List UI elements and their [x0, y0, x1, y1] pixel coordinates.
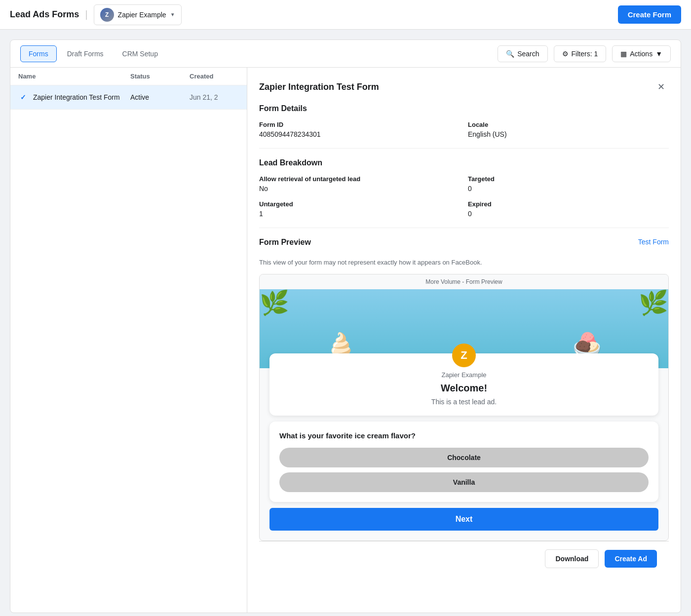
- company-avatar: Z: [452, 344, 476, 367]
- form-details-title: Form Details: [259, 104, 669, 113]
- tabs-left: Forms Draft Forms CRM Setup: [20, 45, 166, 62]
- table-header: Name Status Created: [10, 68, 247, 85]
- filters-label: Filters: 1: [572, 50, 598, 58]
- topbar: Lead Ads Forms | Z Zapier Example ▼ Crea…: [0, 0, 691, 30]
- expired-value: 0: [468, 210, 669, 218]
- page-icon-letter: Z: [105, 11, 109, 18]
- detail-title: Zapier Integration Test Form: [259, 82, 379, 92]
- locale-label: Locale: [468, 121, 669, 128]
- content-layout: Name Status Created ✓ Zapier Integration…: [10, 68, 681, 613]
- close-button[interactable]: ✕: [653, 79, 669, 94]
- targeted-label: Targeted: [468, 175, 669, 183]
- form-preview-header: Form Preview Test Form: [259, 238, 669, 255]
- allow-retrieval-field: Allow retrieval of untargeted lead No: [259, 175, 460, 192]
- detail-header: Zapier Integration Test Form ✕: [259, 79, 669, 94]
- row-form-name: Zapier Integration Test Form: [33, 93, 130, 101]
- next-button-container: Next: [269, 508, 658, 531]
- welcome-desc: This is a test lead ad.: [279, 398, 649, 406]
- search-label: Search: [517, 50, 539, 58]
- targeted-field: Targeted 0: [468, 175, 669, 192]
- topbar-left: Lead Ads Forms | Z Zapier Example ▼: [10, 4, 182, 25]
- locale-field: Locale English (US): [468, 121, 669, 138]
- page-icon: Z: [100, 8, 114, 22]
- allow-retrieval-label: Allow retrieval of untargeted lead: [259, 175, 460, 183]
- question-text: What is your favorite ice cream flavor?: [279, 431, 649, 440]
- next-button[interactable]: Next: [269, 508, 658, 531]
- welcome-card: Z Zapier Example Welcome! This is a test…: [269, 353, 658, 416]
- column-status: Status: [130, 73, 190, 80]
- preview-label: More Volume - Form Preview: [260, 274, 668, 289]
- form-details-grid: Form ID 4085094478234301 Locale English …: [259, 121, 669, 138]
- expired-label: Expired: [468, 200, 669, 208]
- choice-chocolate-button[interactable]: Chocolate: [279, 448, 649, 467]
- row-status: Active: [130, 93, 190, 101]
- table-row[interactable]: ✓ Zapier Integration Test Form Active Ju…: [10, 85, 247, 110]
- form-id-field: Form ID 4085094478234301: [259, 121, 460, 138]
- filter-icon: ⚙: [562, 50, 569, 58]
- grid-icon: ▦: [620, 50, 627, 58]
- lead-breakdown-grid: Allow retrieval of untargeted lead No Ta…: [259, 175, 669, 218]
- form-id-label: Form ID: [259, 121, 460, 128]
- form-id-value: 4085094478234301: [259, 130, 460, 138]
- table-panel: Name Status Created ✓ Zapier Integration…: [10, 68, 247, 613]
- choice-vanilla-button[interactable]: Vanilla: [279, 472, 649, 492]
- app-title: Lead Ads Forms: [10, 9, 79, 20]
- row-created: Jun 21, 2: [190, 93, 239, 101]
- chevron-down-icon: ▼: [170, 12, 175, 17]
- search-button[interactable]: 🔍 Search: [498, 45, 547, 62]
- bottom-bar: Download Create Ad: [259, 541, 669, 576]
- lead-breakdown-section: Lead Breakdown Allow retrieval of untarg…: [259, 158, 669, 218]
- untargeted-field: Untargeted 1: [259, 200, 460, 218]
- divider-2: [259, 228, 669, 228]
- divider-1: [259, 148, 669, 149]
- filters-button[interactable]: ⚙ Filters: 1: [554, 45, 607, 62]
- tabs-bar: Forms Draft Forms CRM Setup 🔍 Search ⚙ F…: [10, 40, 681, 68]
- plant-left-icon: 🌿: [260, 289, 289, 317]
- topbar-divider: |: [85, 9, 87, 20]
- form-details-section: Form Details Form ID 4085094478234301 Lo…: [259, 104, 669, 138]
- actions-label: Actions: [630, 50, 653, 58]
- targeted-value: 0: [468, 185, 669, 192]
- search-icon: 🔍: [506, 50, 514, 58]
- page-selector[interactable]: Z Zapier Example ▼: [94, 4, 182, 25]
- untargeted-label: Untargeted: [259, 200, 460, 208]
- create-ad-button[interactable]: Create Ad: [605, 550, 657, 568]
- main-container: Forms Draft Forms CRM Setup 🔍 Search ⚙ F…: [10, 39, 681, 613]
- actions-chevron-icon: ▼: [655, 50, 662, 58]
- create-form-button[interactable]: Create Form: [618, 5, 681, 24]
- test-form-link[interactable]: Test Form: [638, 238, 669, 246]
- row-checkbox[interactable]: ✓: [18, 92, 28, 102]
- form-preview-desc: This view of your form may not represent…: [259, 259, 669, 266]
- preview-container: More Volume - Form Preview 🌿 🌿 🍦 🍨 Z Za: [259, 274, 669, 541]
- question-card: What is your favorite ice cream flavor? …: [269, 422, 658, 502]
- form-preview-title: Form Preview: [259, 238, 311, 247]
- plant-right-icon: 🌿: [639, 289, 668, 317]
- locale-value: English (US): [468, 130, 669, 138]
- allow-retrieval-value: No: [259, 185, 460, 192]
- lead-breakdown-title: Lead Breakdown: [259, 158, 669, 167]
- welcome-title: Welcome!: [279, 383, 649, 394]
- company-avatar-letter: Z: [461, 349, 467, 362]
- column-created: Created: [190, 73, 239, 80]
- tab-forms[interactable]: Forms: [20, 45, 57, 62]
- actions-button[interactable]: ▦ Actions ▼: [612, 45, 671, 62]
- page-name: Zapier Example: [118, 11, 166, 19]
- company-name: Zapier Example: [279, 371, 649, 379]
- form-preview-section: Form Preview Test Form This view of your…: [259, 238, 669, 541]
- tab-draft-forms[interactable]: Draft Forms: [59, 45, 112, 62]
- untargeted-value: 1: [259, 210, 460, 218]
- tabs-right: 🔍 Search ⚙ Filters: 1 ▦ Actions ▼: [498, 45, 671, 62]
- column-name: Name: [18, 73, 130, 80]
- expired-field: Expired 0: [468, 200, 669, 218]
- detail-panel: Zapier Integration Test Form ✕ Form Deta…: [247, 68, 681, 613]
- tab-crm-setup[interactable]: CRM Setup: [114, 45, 166, 62]
- download-button[interactable]: Download: [545, 549, 599, 568]
